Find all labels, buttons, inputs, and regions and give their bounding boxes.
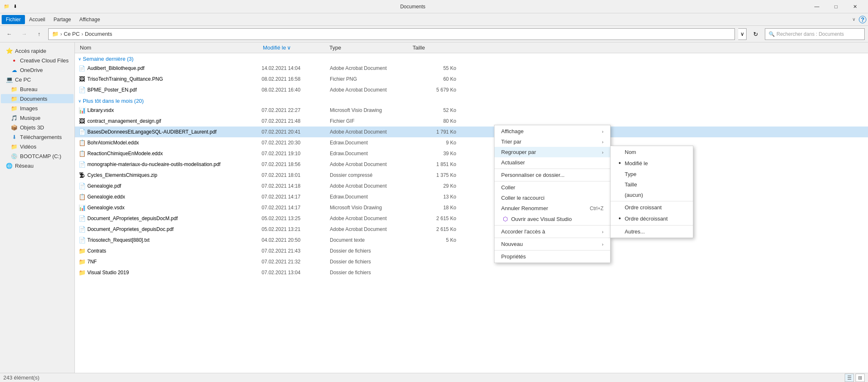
minimize-button[interactable]: — bbox=[807, 0, 826, 13]
sidebar-label-reseau: Réseau bbox=[15, 163, 34, 169]
file-name: Visual Studio 2019 bbox=[87, 270, 260, 275]
file-size: 1 791 Ko bbox=[415, 129, 456, 135]
menu-accueil[interactable]: Accueil bbox=[25, 15, 49, 24]
file-row[interactable]: 📄 BasesDeDonneesEtLangageSQL-AUDIBERT_La… bbox=[75, 127, 868, 137]
up-button[interactable]: ↑ bbox=[33, 28, 45, 40]
title-bar-icons: 📁 ⬇ bbox=[3, 3, 18, 10]
file-row[interactable]: 📄 BPME_Poster_EN.pdf 08.02.2021 16:40 Ad… bbox=[75, 84, 868, 95]
file-row[interactable]: 🖼 contract_management_design.gif 07.02.2… bbox=[75, 116, 868, 127]
sidebar-item-videos[interactable]: 📁 Vidéos bbox=[1, 142, 74, 151]
file-modified: 07.02.2021 18:56 bbox=[262, 161, 328, 167]
file-row[interactable]: 📄 Document_AProprietes_depuisDocM.pdf 05… bbox=[75, 213, 868, 224]
menu-affichage[interactable]: Affichage bbox=[75, 15, 104, 24]
col-header-type[interactable]: Type bbox=[328, 45, 411, 51]
ctx-coller[interactable]: Coller bbox=[495, 182, 610, 193]
maximize-button[interactable]: □ bbox=[826, 0, 846, 13]
sidebar-item-images[interactable]: 📁 Images bbox=[1, 104, 74, 113]
cc-icon: ● bbox=[11, 57, 17, 64]
ctx-affichage[interactable]: Affichage › bbox=[495, 126, 610, 136]
sub-ctx-modifie[interactable]: • Modifié le bbox=[611, 157, 693, 169]
sidebar-item-documents[interactable]: 📁 Documents bbox=[1, 94, 74, 103]
sidebar-item-objets3d[interactable]: 📦 Objets 3D bbox=[1, 123, 74, 132]
sidebar-item-bootcamp[interactable]: 💿 BOOTCAMP (C:) bbox=[1, 151, 74, 161]
sidebar-item-bureau[interactable]: 📁 Bureau bbox=[1, 84, 74, 94]
quick-access-icon[interactable]: ⬇ bbox=[12, 3, 18, 10]
file-name: Genealogie.vsdx bbox=[87, 205, 260, 211]
sub-ctx-type[interactable]: Type bbox=[611, 169, 693, 179]
back-button[interactable]: ← bbox=[3, 28, 15, 40]
search-box[interactable]: 🔍 Rechercher dans : Documents bbox=[765, 28, 865, 40]
sidebar-item-telechargements[interactable]: ⬇ Téléchargements bbox=[1, 132, 74, 141]
sidebar-label-bootcamp: BOOTCAMP (C:) bbox=[20, 153, 61, 159]
sidebar-item-creative-cloud[interactable]: ● Creative Cloud Files bbox=[1, 56, 74, 65]
file-row[interactable]: 📄 Audibert_Bibliotheque.pdf 14.02.2021 1… bbox=[75, 63, 868, 74]
close-button[interactable]: ✕ bbox=[846, 0, 865, 13]
sub-ctx-croissant[interactable]: Ordre croissant bbox=[611, 202, 693, 213]
group-header-mois[interactable]: ∨ Plus tôt dans le mois (20) bbox=[75, 95, 868, 105]
file-type: Document texte bbox=[330, 237, 413, 243]
sub-ctx-aucun[interactable]: (aucun) bbox=[611, 190, 693, 200]
file-type: Fichier PNG bbox=[330, 76, 413, 82]
onedrive-icon: ☁ bbox=[11, 67, 17, 73]
ctx-personnaliser[interactable]: Personnaliser ce dossier... bbox=[495, 170, 610, 180]
ctx-proprietes[interactable]: Propriétés bbox=[495, 251, 610, 262]
group-header-semaine[interactable]: ∨ Semaine dernière (3) bbox=[75, 53, 868, 63]
ctx-actualiser[interactable]: Actualiser bbox=[495, 157, 610, 168]
file-row[interactable]: 🗜 Cycles_ElementsChimiques.zip 07.02.202… bbox=[75, 170, 868, 181]
menu-fichier[interactable]: Fichier bbox=[2, 15, 25, 24]
file-row[interactable]: 📁 7NF 07.02.2021 21:32 Dossier de fichie… bbox=[75, 256, 868, 267]
sub-ctx-decroissant[interactable]: • Ordre décroissant bbox=[611, 213, 693, 224]
col-header-name[interactable]: Nom bbox=[78, 45, 261, 51]
ctx-nouveau[interactable]: Nouveau › bbox=[495, 239, 610, 249]
help-button[interactable]: ? bbox=[859, 16, 866, 23]
file-row[interactable]: 📊 Genealogie.vsdx 07.02.2021 14:17 Micro… bbox=[75, 202, 868, 213]
sidebar-item-musique[interactable]: 🎵 Musique bbox=[1, 113, 74, 122]
sub-ctx-taille[interactable]: Taille bbox=[611, 179, 693, 190]
file-icon-folder: 📁 bbox=[78, 269, 86, 276]
ctx-trier-par[interactable]: Trier par › bbox=[495, 136, 610, 147]
sidebar-item-reseau[interactable]: 🌐 Réseau bbox=[1, 161, 74, 170]
file-row[interactable]: 📁 Contrats 07.02.2021 21:43 Dossier de f… bbox=[75, 246, 868, 256]
view-details-button[interactable]: ☰ bbox=[845, 374, 854, 382]
sort-arrow-icon: ∨ bbox=[287, 45, 291, 51]
file-row[interactable]: 🖼 TrisoTechTraining_Quittance.PNG 08.02.… bbox=[75, 74, 868, 84]
path-ce-pc[interactable]: Ce PC bbox=[64, 31, 79, 37]
menu-expand-button[interactable]: ∨ bbox=[852, 17, 856, 22]
refresh-button[interactable]: ↻ bbox=[750, 28, 762, 40]
address-dropdown-button[interactable]: ∨ bbox=[738, 28, 747, 40]
objets3d-icon: 📦 bbox=[11, 124, 17, 131]
file-row[interactable]: 📁 Visual Studio 2019 07.02.2021 13:04 Do… bbox=[75, 267, 868, 278]
menu-partage[interactable]: Partage bbox=[49, 15, 75, 24]
file-row[interactable]: 📄 monographie-materiaux-du-nucleaire-out… bbox=[75, 159, 868, 170]
view-tiles-button[interactable]: ⊞ bbox=[856, 374, 865, 382]
file-type: Dossier de fichiers bbox=[330, 259, 413, 265]
sidebar-item-acces-rapide[interactable]: ⭐ Accès rapide bbox=[1, 46, 74, 55]
file-type: Adobe Acrobat Document bbox=[330, 65, 413, 71]
sub-ctx-autres[interactable]: Autres... bbox=[611, 226, 693, 237]
ctx-regrouper-par[interactable]: Regrouper par › bbox=[495, 147, 610, 157]
sub-ctx-nom[interactable]: Nom bbox=[611, 147, 693, 157]
file-row[interactable]: 📄 Document_AProprietes_depuisDoc.pdf 05.… bbox=[75, 224, 868, 235]
file-size: 2 615 Ko bbox=[415, 226, 456, 232]
sidebar-item-ce-pc[interactable]: 💻 Ce PC bbox=[1, 75, 74, 84]
sidebar-item-onedrive[interactable]: ☁ OneDrive bbox=[1, 65, 74, 74]
file-row[interactable]: 📄 Triosotech_Request[880].txt 04.02.2021… bbox=[75, 235, 868, 246]
ctx-annuler-renommer[interactable]: Annuler Renommer Ctrl+Z bbox=[495, 203, 610, 213]
col-header-modified[interactable]: Modifié le ∨ bbox=[261, 45, 328, 51]
file-name: Document_AProprietes_depuisDoc.pdf bbox=[87, 226, 260, 232]
forward-button[interactable]: → bbox=[18, 28, 30, 40]
file-row[interactable]: 📋 ReactionChimiqueEnModele.eddx 07.02.20… bbox=[75, 148, 868, 159]
path-documents[interactable]: Documents bbox=[85, 31, 112, 37]
file-modified: 08.02.2021 16:40 bbox=[262, 87, 328, 93]
ctx-accorder-acces[interactable]: Accorder l'accès à › bbox=[495, 226, 610, 237]
file-type: Microsoft Visio Drawing bbox=[330, 205, 413, 211]
address-path[interactable]: 📁 › Ce PC › Documents bbox=[48, 28, 735, 40]
file-row[interactable]: 📄 Genealogie.pdf 07.02.2021 14:18 Adobe … bbox=[75, 181, 868, 191]
ctx-coller-raccourci[interactable]: Coller le raccourci bbox=[495, 193, 610, 203]
sub-ctx-modifie-label: Modifié le bbox=[625, 160, 648, 166]
file-row[interactable]: 📋 Genealogie.eddx 07.02.2021 14:17 Edraw… bbox=[75, 191, 868, 202]
ctx-ouvrir-vs[interactable]: ⬡ Ouvrir avec Visual Studio bbox=[495, 213, 610, 224]
file-row[interactable]: 📊 Library.vsdx 07.02.2021 22:27 Microsof… bbox=[75, 105, 868, 116]
file-row[interactable]: 📋 BohrAtomicModel.eddx 07.02.2021 20:30 … bbox=[75, 137, 868, 148]
col-header-size[interactable]: Taille bbox=[411, 45, 453, 51]
